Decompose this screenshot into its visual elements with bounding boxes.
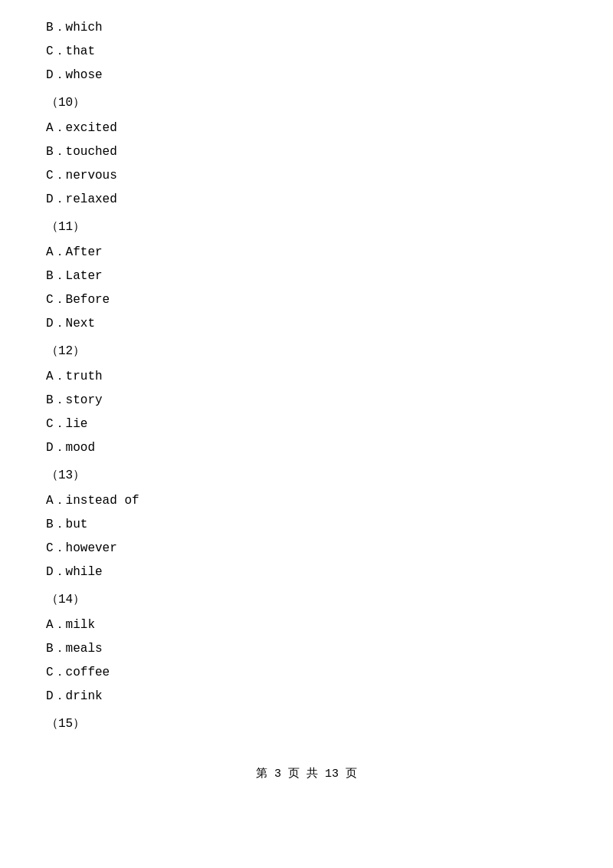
option-d-mood: D．mood (46, 437, 567, 459)
option-b-later: B．Later (46, 265, 567, 288)
option-a-after: A．After (46, 242, 567, 264)
question-13: （13） (46, 465, 567, 487)
page-number: 第 3 页 共 13 页 (256, 768, 357, 781)
option-c-coffee: C．coffee (46, 662, 567, 684)
option-b-story: B．story (46, 390, 567, 412)
page-content: B．which C．that D．whose （10） A．excited B．… (46, 17, 567, 735)
option-b-touched: B．touched (46, 141, 567, 163)
option-a-truth: A．truth (46, 366, 567, 388)
option-a-milk: A．milk (46, 614, 567, 636)
question-12: （12） (46, 340, 567, 363)
question-14: （14） (46, 589, 567, 611)
option-c-lie: C．lie (46, 413, 567, 436)
option-c-that: C．that (46, 41, 567, 63)
option-c-before: C．Before (46, 289, 567, 311)
question-11: （11） (46, 216, 567, 238)
option-d-whose: D．whose (46, 64, 567, 87)
option-b-which: B．which (46, 17, 567, 39)
option-b-meals: B．meals (46, 638, 567, 660)
option-c-nervous: C．nervous (46, 165, 567, 187)
question-10: （10） (46, 92, 567, 114)
page-footer: 第 3 页 共 13 页 (46, 766, 567, 781)
option-d-next: D．Next (46, 313, 567, 335)
option-a-instead-of: A．instead of (46, 490, 567, 512)
option-c-however: C．however (46, 538, 567, 560)
option-b-but: B．but (46, 514, 567, 536)
option-d-drink: D．drink (46, 686, 567, 708)
option-d-while: D．while (46, 561, 567, 584)
option-a-excited: A．excited (46, 117, 567, 140)
option-d-relaxed: D．relaxed (46, 189, 567, 211)
question-15: （15） (46, 713, 567, 735)
